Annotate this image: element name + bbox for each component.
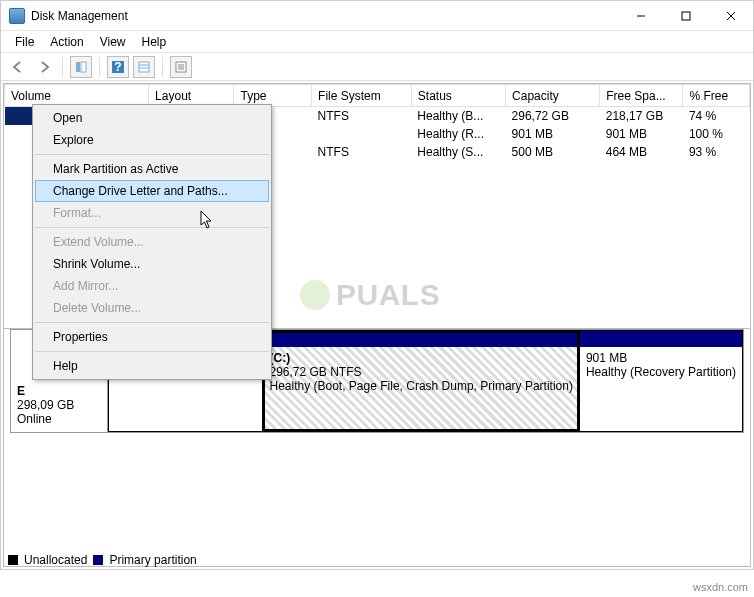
menu-action[interactable]: Action <box>42 33 91 51</box>
partition-color-stripe <box>263 331 578 347</box>
show-hide-tree-button[interactable] <box>70 56 92 78</box>
help-button[interactable]: ? <box>107 56 129 78</box>
partition-health: Healthy (Boot, Page File, Crash Dump, Pr… <box>269 379 572 393</box>
legend-label-unallocated: Unallocated <box>24 553 87 567</box>
svg-rect-1 <box>682 12 690 20</box>
menubar: File Action View Help <box>1 31 753 53</box>
svg-text:?: ? <box>114 60 121 74</box>
partition-block[interactable]: 901 MB Healthy (Recovery Partition) <box>580 330 743 432</box>
toolbar-separator <box>162 57 163 77</box>
toolbar-separator <box>62 57 63 77</box>
svg-rect-4 <box>76 62 80 72</box>
forward-button[interactable] <box>33 56 55 78</box>
close-button[interactable] <box>708 1 753 31</box>
ctx-separator <box>35 154 269 155</box>
minimize-button[interactable] <box>618 1 663 31</box>
app-icon <box>9 8 25 24</box>
partition-color-stripe <box>580 331 742 347</box>
partition-block-selected[interactable]: (C:) 296,72 GB NTFS Healthy (Boot, Page … <box>263 330 579 432</box>
ctx-add-mirror[interactable]: Add Mirror... <box>35 275 269 297</box>
ctx-help[interactable]: Help <box>35 355 269 377</box>
ctx-separator <box>35 322 269 323</box>
context-menu: Open Explore Mark Partition as Active Ch… <box>32 104 272 380</box>
legend-swatch-unallocated <box>8 555 18 565</box>
col-freespace[interactable]: Free Spa... <box>600 85 683 107</box>
disk-state: Online <box>17 412 101 426</box>
partition-size: 901 MB <box>586 351 736 365</box>
toolbar: ? <box>1 53 753 81</box>
ctx-open[interactable]: Open <box>35 107 269 129</box>
ctx-separator <box>35 351 269 352</box>
window-title: Disk Management <box>31 9 618 23</box>
col-pctfree[interactable]: % Free <box>683 85 750 107</box>
disk-name: E <box>17 384 101 398</box>
ctx-shrink[interactable]: Shrink Volume... <box>35 253 269 275</box>
legend: Unallocated Primary partition <box>8 553 197 567</box>
maximize-button[interactable] <box>663 1 708 31</box>
watermark-text: PUALS <box>336 278 440 312</box>
titlebar: Disk Management <box>1 1 753 31</box>
col-capacity[interactable]: Capacity <box>506 85 600 107</box>
ctx-explore[interactable]: Explore <box>35 129 269 151</box>
partition-size: 296,72 GB NTFS <box>269 365 572 379</box>
ctx-extend[interactable]: Extend Volume... <box>35 231 269 253</box>
back-button[interactable] <box>7 56 29 78</box>
settings-button[interactable] <box>133 56 155 78</box>
ctx-change-drive-letter[interactable]: Change Drive Letter and Paths... <box>35 180 269 202</box>
ctx-mark-active[interactable]: Mark Partition as Active <box>35 158 269 180</box>
watermark: PUALS <box>300 278 440 312</box>
menu-file[interactable]: File <box>7 33 42 51</box>
disk-size: 298,09 GB <box>17 398 101 412</box>
legend-swatch-primary <box>93 555 103 565</box>
ctx-properties[interactable]: Properties <box>35 326 269 348</box>
menu-help[interactable]: Help <box>134 33 175 51</box>
list-view-button[interactable] <box>170 56 192 78</box>
svg-rect-8 <box>139 62 149 72</box>
legend-label-primary: Primary partition <box>109 553 196 567</box>
svg-rect-5 <box>81 62 86 72</box>
watermark-badge-icon <box>300 280 330 310</box>
col-filesystem[interactable]: File System <box>312 85 412 107</box>
ctx-separator <box>35 227 269 228</box>
footer-text: wsxdn.com <box>693 581 748 593</box>
partition-health: Healthy (Recovery Partition) <box>586 365 736 379</box>
ctx-delete[interactable]: Delete Volume... <box>35 297 269 319</box>
partition-title: (C:) <box>269 351 572 365</box>
toolbar-separator <box>99 57 100 77</box>
ctx-format[interactable]: Format... <box>35 202 269 224</box>
col-status[interactable]: Status <box>411 85 505 107</box>
mouse-cursor-icon <box>200 210 216 230</box>
menu-view[interactable]: View <box>92 33 134 51</box>
